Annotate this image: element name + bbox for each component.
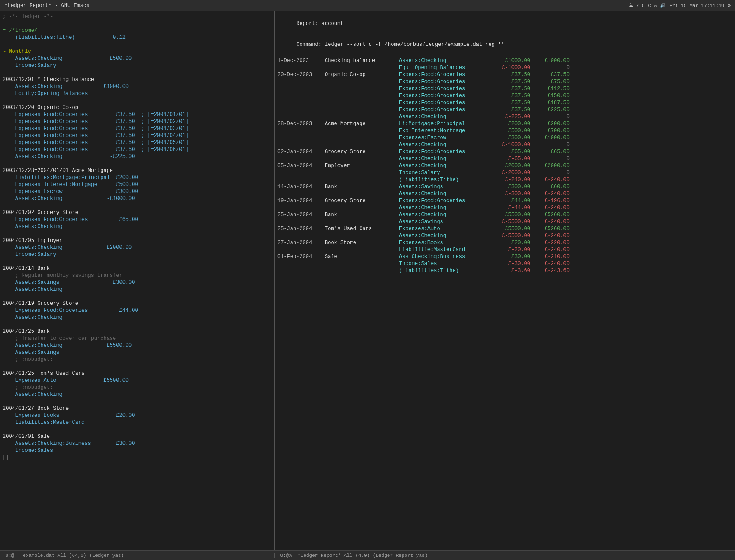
row-account: Assets:Checking xyxy=(399,204,491,211)
table-row: Equi:Opening Balances£-1000.000 xyxy=(277,64,732,71)
row-payee xyxy=(325,106,399,113)
table-row: 1-Dec-2003Checking balanceAssets:Checkin… xyxy=(277,57,732,64)
table-row: 02-Jan-2004Grocery StoreExpens:Food:Groc… xyxy=(277,148,732,155)
left-line: Assets:Checking £2000.00 xyxy=(3,244,272,251)
system-tray: 🌤 7°C C ✉ 🔊 Fri 15 Mar 17:11:19 ⚙ xyxy=(628,3,731,8)
row-payee xyxy=(325,141,399,148)
left-line: Assets:Checking xyxy=(3,314,272,321)
datetime: Fri 15 Mar 17:11:19 xyxy=(669,3,724,8)
row-payee xyxy=(325,64,399,71)
left-line: = /*Income/ xyxy=(3,27,272,34)
row-date xyxy=(277,155,325,162)
left-line: Expenses:Auto £5500.00 xyxy=(3,377,272,384)
row-date xyxy=(277,260,325,267)
row-account: Assets:Checking xyxy=(399,190,491,197)
row-date xyxy=(277,127,325,134)
row-account: Expens:Food:Groceries xyxy=(399,197,491,204)
row-balance: £-240.00 xyxy=(530,176,570,183)
row-date xyxy=(277,267,325,274)
row-balance: £60.00 xyxy=(530,183,570,190)
left-line: ; :nobudget: xyxy=(3,356,272,363)
left-line: Assets:Checking:Business £30.00 xyxy=(3,440,272,447)
right-pane[interactable]: Report: account Command: ledger --sort d… xyxy=(275,11,735,550)
table-row: Assets:Checking£-44.00£-240.00 xyxy=(277,204,732,211)
row-balance: £65.00 xyxy=(530,148,570,155)
table-row: Assets:Checking£-5500.00£-240.00 xyxy=(277,232,732,239)
row-balance: £1000.00 xyxy=(530,134,570,141)
table-row: Expens:Food:Groceries£37.50£112.50 xyxy=(277,85,732,92)
table-row: Expens:Food:Groceries£37.50£225.00 xyxy=(277,106,732,113)
left-line: Income:Salary xyxy=(3,251,272,258)
row-payee xyxy=(325,190,399,197)
table-row: Expens:Food:Groceries£37.50£187.50 xyxy=(277,99,732,106)
row-payee xyxy=(325,218,399,225)
row-balance: £75.00 xyxy=(530,78,570,85)
left-line: ; Transfer to cover car purchase xyxy=(3,335,272,342)
left-line: 2004/02/01 Sale xyxy=(3,433,272,440)
row-date: 14-Jan-2004 xyxy=(277,183,325,190)
row-amount: £-65.00 xyxy=(491,155,530,162)
left-line: Assets:Checking xyxy=(3,286,272,293)
row-payee: Grocery Store xyxy=(325,197,399,204)
row-payee xyxy=(325,92,399,99)
left-line: Income:Salary xyxy=(3,62,272,69)
left-line: 2004/01/27 Book Store xyxy=(3,405,272,412)
row-payee xyxy=(325,246,399,253)
row-balance: £-240.00 xyxy=(530,260,570,267)
row-payee xyxy=(325,113,399,120)
row-account: Assets:Savings xyxy=(399,218,491,225)
row-date xyxy=(277,113,325,120)
table-row: Expens:Food:Groceries£37.50£150.00 xyxy=(277,92,732,99)
left-pane[interactable]: ; -*- ledger -*- = /*Income/ (Liabilitie… xyxy=(0,11,275,550)
row-payee: Bank xyxy=(325,211,399,218)
weather-icon: 🌤 7°C xyxy=(628,3,644,8)
row-account: Equi:Opening Balances xyxy=(399,64,491,71)
row-amount: £-240.00 xyxy=(491,176,530,183)
row-account: Assets:Checking xyxy=(399,232,491,239)
row-date xyxy=(277,134,325,141)
row-balance: 0 xyxy=(530,169,570,176)
report-header-1: Report: account xyxy=(277,13,732,34)
left-line: Liabilities:MasterCard xyxy=(3,419,272,426)
table-row: Expenses:Escrow£300.00£1000.00 xyxy=(277,134,732,141)
row-date xyxy=(277,141,325,148)
row-date: 20-Dec-2003 xyxy=(277,71,325,78)
left-line: 2004/01/05 Employer xyxy=(3,237,272,244)
row-amount: £200.00 xyxy=(491,120,530,127)
row-balance: 0 xyxy=(530,141,570,148)
row-payee xyxy=(325,232,399,239)
left-line xyxy=(3,321,272,328)
row-balance: £112.50 xyxy=(530,85,570,92)
left-line: Expenses:Food:Groceries £37.50 ; [=2004/… xyxy=(3,132,272,139)
row-account: Expens:Food:Groceries xyxy=(399,92,491,99)
left-line: Assets:Checking -£1000.00 xyxy=(3,195,272,202)
row-account: Assets:Checking xyxy=(399,141,491,148)
table-row: Income:Sales£-30.00£-240.00 xyxy=(277,260,732,267)
row-payee xyxy=(325,260,399,267)
register-table: 1-Dec-2003Checking balanceAssets:Checkin… xyxy=(277,57,732,274)
row-amount: £37.50 xyxy=(491,78,530,85)
row-account: Assets:Checking xyxy=(399,57,491,64)
row-balance: £150.00 xyxy=(530,92,570,99)
row-amount: £30.00 xyxy=(491,253,530,260)
row-date xyxy=(277,64,325,71)
row-amount: £5500.00 xyxy=(491,225,530,232)
settings-icon[interactable]: ⚙ xyxy=(728,3,731,8)
row-balance: £200.00 xyxy=(530,120,570,127)
row-date xyxy=(277,85,325,92)
row-amount: £37.50 xyxy=(491,92,530,99)
row-balance: £-240.00 xyxy=(530,190,570,197)
left-line: ; :nobudget: xyxy=(3,384,272,391)
row-payee: Book Store xyxy=(325,239,399,246)
titlebar: *Ledger Report* - GNU Emacs 🌤 7°C C ✉ 🔊 … xyxy=(0,0,735,11)
row-date: 19-Jan-2004 xyxy=(277,197,325,204)
left-line: Assets:Checking -£225.00 xyxy=(3,153,272,160)
row-amount: £-1000.00 xyxy=(491,64,530,71)
row-payee: Grocery Store xyxy=(325,148,399,155)
table-row: 25-Jan-2004BankAssets:Checking£5500.00£5… xyxy=(277,211,732,218)
table-row: 25-Jan-2004Tom's Used CarsExpenses:Auto£… xyxy=(277,225,732,232)
row-payee: Tom's Used Cars xyxy=(325,225,399,232)
table-row: Assets:Checking£-300.00£-240.00 xyxy=(277,190,732,197)
row-date xyxy=(277,218,325,225)
left-line: Expenses:Food:Groceries £37.50 ; [=2004/… xyxy=(3,111,272,118)
